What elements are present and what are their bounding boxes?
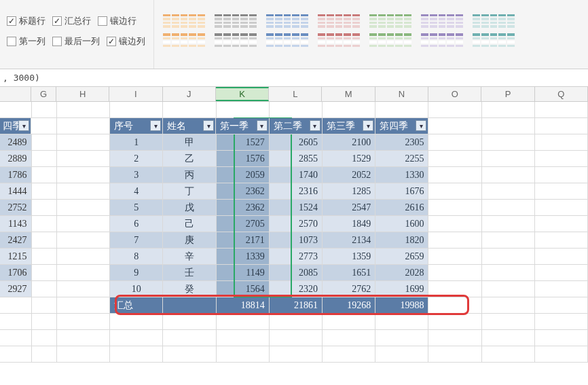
filter-dropdown-icon[interactable]: ▾ <box>257 120 268 131</box>
cell[interactable] <box>535 216 588 232</box>
filter-dropdown-icon[interactable]: ▾ <box>310 120 320 131</box>
cell[interactable] <box>375 102 428 118</box>
filter-dropdown-icon[interactable]: ▾ <box>18 120 29 131</box>
cell[interactable]: 1330 <box>375 167 428 183</box>
cell[interactable]: 1215 <box>0 249 32 265</box>
cell[interactable]: 1820 <box>375 232 428 249</box>
cell[interactable] <box>535 151 588 167</box>
cell[interactable]: 1699 <box>375 281 428 297</box>
col-header-J[interactable]: J <box>163 87 216 101</box>
cell[interactable] <box>428 134 481 151</box>
cell[interactable] <box>428 281 481 297</box>
cell[interactable]: 辛 <box>163 249 216 265</box>
cell[interactable] <box>57 102 110 118</box>
cell[interactable] <box>482 183 535 200</box>
cell[interactable] <box>270 330 323 346</box>
cell[interactable]: 2100 <box>323 134 375 151</box>
cell[interactable] <box>217 346 270 363</box>
col-header-L[interactable]: L <box>269 87 322 101</box>
cell[interactable]: 2570 <box>270 216 323 232</box>
cell[interactable] <box>482 200 535 216</box>
cell[interactable]: 1524 <box>270 200 323 216</box>
cell[interactable]: 2316 <box>270 183 323 200</box>
cell[interactable]: 1073 <box>270 232 323 249</box>
cell[interactable] <box>482 216 535 232</box>
table-style-thumb[interactable] <box>471 12 517 49</box>
cell[interactable] <box>482 281 535 297</box>
cell[interactable] <box>57 281 110 297</box>
cell[interactable] <box>270 346 323 363</box>
cell[interactable]: 1676 <box>375 183 428 200</box>
cell[interactable] <box>57 314 110 330</box>
cell[interactable] <box>57 297 110 314</box>
cell[interactable] <box>32 330 57 346</box>
opt-header-row[interactable]: ✓ 标题行 <box>4 14 48 29</box>
cell[interactable] <box>32 151 57 167</box>
cell[interactable] <box>163 102 216 118</box>
cell[interactable] <box>323 102 375 118</box>
cell[interactable] <box>535 167 588 183</box>
cell[interactable] <box>0 297 32 314</box>
cell[interactable] <box>428 297 481 314</box>
cell[interactable]: 9 <box>110 265 163 281</box>
cell[interactable]: 丙 <box>163 167 216 183</box>
filter-dropdown-icon[interactable]: ▾ <box>363 120 373 131</box>
cell[interactable] <box>32 102 57 118</box>
cell[interactable] <box>428 249 481 265</box>
cell[interactable] <box>428 102 481 118</box>
cell[interactable] <box>32 183 57 200</box>
cell[interactable] <box>217 314 270 330</box>
cell[interactable] <box>32 297 57 314</box>
cell[interactable] <box>32 281 57 297</box>
cell[interactable] <box>0 102 32 118</box>
cell[interactable] <box>323 314 375 330</box>
spreadsheet-grid[interactable]: 四季▾序号▾姓名▾第一季▾第二季▾第三季▾第四季▾24891甲152726052… <box>0 102 588 363</box>
cell[interactable]: 2489 <box>0 134 32 151</box>
table-header-cell[interactable]: 第二季▾ <box>270 118 323 134</box>
cell[interactable] <box>482 314 535 330</box>
cell[interactable]: 19268 <box>323 297 375 314</box>
cell[interactable] <box>32 346 57 363</box>
cell[interactable] <box>535 330 588 346</box>
cell[interactable]: 2659 <box>375 249 428 265</box>
cell[interactable]: 1706 <box>0 265 32 281</box>
cell[interactable] <box>428 183 481 200</box>
cell[interactable] <box>32 232 57 249</box>
cell[interactable]: 2616 <box>375 200 428 216</box>
table-style-thumb[interactable] <box>161 12 207 49</box>
cell[interactable]: 戊 <box>163 200 216 216</box>
filter-dropdown-icon[interactable]: ▾ <box>416 120 426 131</box>
cell[interactable]: 乙 <box>163 151 216 167</box>
cell[interactable]: 5 <box>110 200 163 216</box>
cell[interactable] <box>110 314 163 330</box>
cell[interactable] <box>32 167 57 183</box>
cell[interactable] <box>535 281 588 297</box>
cell[interactable]: 1285 <box>323 183 375 200</box>
table-header-cell[interactable]: 第四季▾ <box>375 118 428 134</box>
cell[interactable] <box>57 265 110 281</box>
cell[interactable]: 19988 <box>375 297 428 314</box>
cell[interactable] <box>32 265 57 281</box>
cell[interactable]: 2028 <box>375 265 428 281</box>
cell[interactable] <box>57 151 110 167</box>
cell[interactable]: 2427 <box>0 232 32 249</box>
table-header-cell[interactable]: 姓名▾ <box>163 118 216 134</box>
cell[interactable] <box>323 346 375 363</box>
cell[interactable]: 2059 <box>217 167 270 183</box>
cell[interactable]: 1786 <box>0 167 32 183</box>
cell[interactable] <box>375 314 428 330</box>
cell[interactable] <box>428 200 481 216</box>
filter-dropdown-icon[interactable]: ▾ <box>203 120 214 131</box>
col-header-F[interactable] <box>0 87 31 101</box>
cell[interactable] <box>217 330 270 346</box>
cell[interactable] <box>535 200 588 216</box>
cell[interactable] <box>57 134 110 151</box>
filter-dropdown-icon[interactable]: ▾ <box>150 120 161 131</box>
cell[interactable] <box>32 200 57 216</box>
cell[interactable]: 2362 <box>217 183 270 200</box>
cell[interactable]: 2705 <box>217 216 270 232</box>
cell[interactable]: 2 <box>110 151 163 167</box>
cell[interactable]: 10 <box>110 281 163 297</box>
cell[interactable]: 甲 <box>163 134 216 151</box>
cell[interactable] <box>110 346 163 363</box>
